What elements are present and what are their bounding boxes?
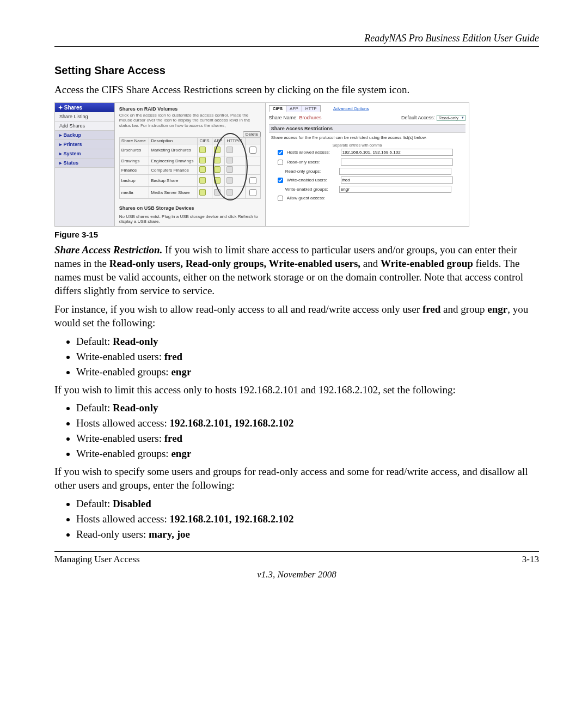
we-users-input[interactable] <box>341 176 453 184</box>
bullet-list-2: Default: Read-only Hosts allowed access:… <box>54 402 539 460</box>
default-access-select[interactable]: Read-only <box>437 115 465 121</box>
section-title: Setting Share Access <box>54 64 539 77</box>
sidebar-head: ✦ Shares <box>55 103 114 112</box>
sidebar-item-share-listing[interactable]: Share Listing <box>55 112 114 121</box>
figure-caption: Figure 3-15 <box>54 230 539 239</box>
table-row: backupBackup Share <box>119 175 260 187</box>
tab-http[interactable]: HTTP <box>302 105 321 112</box>
raid-panel-hint: Click on the access icon to customize th… <box>115 113 265 132</box>
hosts-checkbox[interactable] <box>278 150 283 155</box>
example1-paragraph: For instance, if you wish to allow read-… <box>54 303 539 330</box>
figure-screenshot: ✦ Shares Share Listing Add Shares ▸ Back… <box>54 102 539 240</box>
table-row: DrawingsEngineering Drawings <box>119 156 260 166</box>
usb-panel-title: Shares on USB Storage Devices <box>115 202 265 212</box>
hosts-paragraph: If you wish to limit this access only to… <box>54 384 539 397</box>
ro-users-input[interactable] <box>341 159 453 166</box>
footer: Managing User Access 3-13 v1.3, November… <box>54 551 539 580</box>
bullet-list-3: Default: Disabled Hosts allowed access: … <box>54 498 539 540</box>
we-users-checkbox[interactable] <box>278 178 283 183</box>
hosts-input[interactable] <box>341 149 453 156</box>
shares-table: Share Name Description CIFS AFP HTTP/S B… <box>119 137 261 199</box>
table-row: BrochuresMarketing Brochures <box>119 144 260 156</box>
right-panel: CIFSAFPHTTP Advanced Options Share Name:… <box>265 103 469 227</box>
ro-users-checkbox[interactable] <box>278 160 283 165</box>
tab-afp[interactable]: AFP <box>286 105 302 112</box>
sidebar-item-printers[interactable]: ▸ Printers <box>55 140 114 149</box>
sidebar-item-add-shares[interactable]: Add Shares <box>55 121 114 131</box>
sidebar-item-system[interactable]: ▸ System <box>55 149 114 159</box>
raid-panel-title: Shares on RAID Volumes <box>115 103 265 113</box>
protocol-tabs: CIFSAFPHTTP Advanced Options <box>269 105 465 112</box>
advanced-options-link[interactable]: Advanced Options <box>330 106 372 112</box>
usb-note: No USB shares exist. Plug in a USB stora… <box>115 212 265 226</box>
http-icon[interactable] <box>226 147 233 153</box>
restrictions-header: Share Access Restrictions <box>269 124 465 133</box>
table-row: mediaMedia Server Share <box>119 187 260 199</box>
footer-version: v1.3, November 2008 <box>54 569 539 580</box>
ro-groups-input[interactable] <box>339 168 451 175</box>
footer-page: 3-13 <box>522 554 539 565</box>
running-header: ReadyNAS Pro Business Edition User Guide <box>54 33 539 47</box>
sidebar-item-status[interactable]: ▸ Status <box>55 159 114 168</box>
table-row: FinanceComputers Finance <box>119 166 260 175</box>
restriction-paragraph: Share Access Restriction. If you wish to… <box>54 244 539 297</box>
sidebar-item-backup[interactable]: ▸ Backup <box>55 131 114 140</box>
tab-cifs[interactable]: CIFS <box>269 105 286 112</box>
sidebar: ✦ Shares Share Listing Add Shares ▸ Back… <box>55 103 115 227</box>
separator-hint: Separate entries with comma <box>333 143 465 147</box>
footer-left: Managing User Access <box>54 554 140 565</box>
restrictions-note: Share access for the file protocol can b… <box>269 133 465 143</box>
afp-icon[interactable] <box>214 147 220 153</box>
bullet-list-1: Default: Read-only Write-enabled users: … <box>54 336 539 378</box>
disallow-paragraph: If you wish to specify some users and gr… <box>54 465 539 492</box>
guest-checkbox[interactable] <box>278 196 283 201</box>
cifs-icon[interactable] <box>199 147 206 153</box>
we-groups-input[interactable] <box>339 186 451 193</box>
intro-paragraph: Access the CIFS Share Access Restriction… <box>54 83 539 97</box>
delete-button[interactable]: Delete <box>243 131 261 137</box>
